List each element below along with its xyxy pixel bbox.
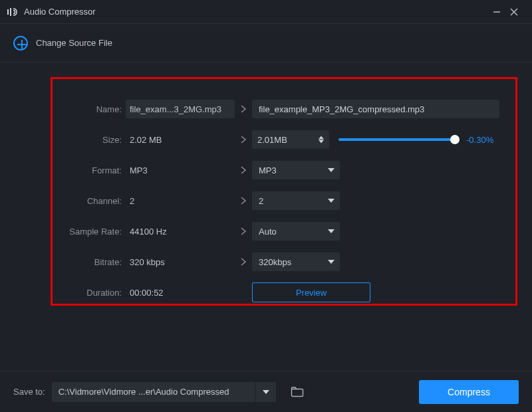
chevron-right-icon: [235, 135, 252, 144]
row-bitrate: Bitrate: 320 kbps 320kbps: [62, 252, 506, 272]
row-sample-rate: Sample Rate: 44100 Hz Auto: [62, 221, 506, 241]
row-name: Name: file_exam...3_2MG.mp3 file_example…: [62, 99, 506, 119]
chevron-right-icon: [235, 196, 252, 205]
label-channel: Channel:: [62, 196, 126, 206]
chevron-right-icon: [235, 257, 252, 266]
compress-button[interactable]: Compress: [419, 380, 519, 404]
close-button[interactable]: [505, 3, 523, 21]
bottom-bar: Save to: C:\Vidmore\Vidmore ...er\Audio …: [0, 371, 532, 412]
label-duration: Duration:: [62, 288, 126, 298]
chevron-down-icon: [263, 390, 269, 394]
source-format: MP3: [126, 161, 235, 179]
label-save-to: Save to:: [13, 387, 45, 397]
target-name-input[interactable]: file_example_MP3_2MG_compressed.mp3: [252, 100, 499, 118]
row-duration: Duration: 00:00:52 Preview: [62, 282, 506, 302]
label-format: Format:: [62, 165, 126, 175]
compress-label: Compress: [448, 387, 490, 397]
label-size: Size:: [62, 135, 126, 145]
slider-thumb[interactable]: [450, 135, 460, 144]
app-title: Audio Compressor: [24, 7, 96, 17]
svg-rect-5: [291, 389, 303, 396]
source-sample-rate: 44100 Hz: [126, 222, 235, 241]
chevron-down-icon: [328, 260, 334, 264]
change-source-row[interactable]: Change Source File: [0, 24, 532, 62]
settings-panel: Name: file_exam...3_2MG.mp3 file_example…: [51, 77, 517, 306]
row-channel: Channel: 2 2: [62, 191, 506, 211]
source-bitrate: 320 kbps: [126, 253, 235, 271]
chevron-right-icon: [235, 165, 252, 175]
chevron-down-icon: [328, 168, 334, 172]
target-bitrate-select[interactable]: 320kbps: [252, 253, 340, 271]
target-size-value: 2.01MB: [257, 135, 287, 145]
chevron-down-icon: [328, 229, 334, 233]
save-path-value: C:\Vidmore\Vidmore ...er\Audio Compresse…: [59, 387, 229, 397]
row-size: Size: 2.02 MB 2.01MB -0.30%: [62, 130, 506, 150]
source-size: 2.02 MB: [126, 130, 235, 149]
chevron-down-icon: [328, 199, 334, 203]
target-format-value: MP3: [259, 165, 277, 175]
save-path-dropdown[interactable]: [256, 382, 276, 402]
target-size-stepper[interactable]: 2.01MB: [252, 130, 329, 149]
target-channel-value: 2: [259, 196, 263, 206]
target-format-select[interactable]: MP3: [252, 161, 340, 179]
plus-circle-icon: [13, 36, 28, 51]
label-sample-rate: Sample Rate:: [62, 227, 126, 237]
source-duration: 00:00:52: [126, 283, 235, 302]
chevron-right-icon: [235, 104, 252, 114]
target-bitrate-value: 320kbps: [259, 257, 291, 267]
row-format: Format: MP3 MP3: [62, 160, 506, 180]
svg-rect-1: [10, 8, 11, 16]
minimize-button[interactable]: [488, 3, 505, 21]
target-sample-rate-value: Auto: [259, 227, 277, 237]
change-source-label: Change Source File: [36, 38, 112, 48]
size-slider[interactable]: [338, 138, 456, 141]
preview-button[interactable]: Preview: [252, 282, 370, 302]
save-path-input[interactable]: C:\Vidmore\Vidmore ...er\Audio Compresse…: [52, 382, 255, 402]
chevron-right-icon: [235, 227, 252, 236]
app-logo-icon: [7, 7, 19, 17]
target-sample-rate-select[interactable]: Auto: [252, 222, 340, 241]
preview-label: Preview: [296, 288, 327, 298]
label-name: Name:: [62, 104, 126, 114]
open-folder-button[interactable]: [288, 383, 307, 401]
save-path-control: C:\Vidmore\Vidmore ...er\Audio Compresse…: [52, 382, 276, 402]
source-channel: 2: [126, 191, 235, 210]
target-channel-select[interactable]: 2: [252, 191, 340, 210]
title-bar: Audio Compressor: [0, 0, 532, 24]
stepper-arrows-icon[interactable]: [319, 136, 324, 144]
target-name-value: file_example_MP3_2MG_compressed.mp3: [259, 104, 424, 114]
label-bitrate: Bitrate:: [62, 257, 126, 267]
source-name: file_exam...3_2MG.mp3: [126, 100, 235, 118]
svg-rect-0: [7, 9, 9, 15]
size-delta: -0.30%: [466, 135, 493, 145]
